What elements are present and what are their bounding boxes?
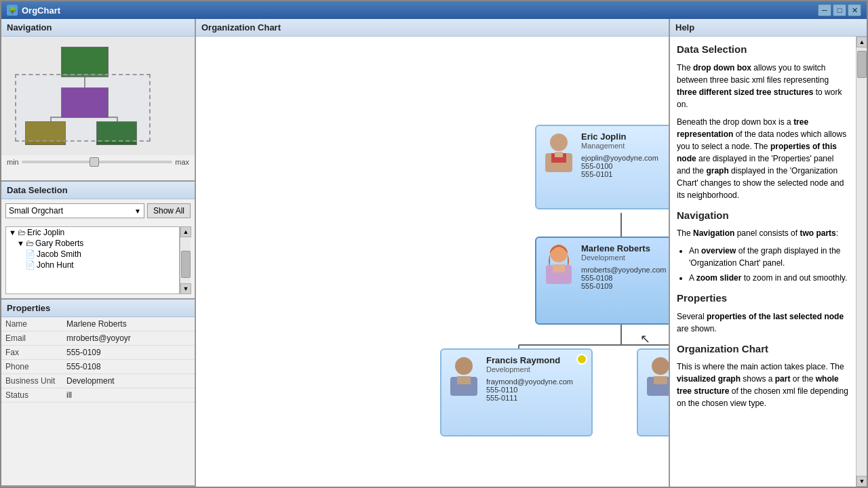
chart-area[interactable]: Eric Joplin Management ejoplin@yoyodyne.…	[196, 37, 669, 487]
maximize-button[interactable]: □	[833, 4, 846, 16]
zoom-slider-thumb[interactable]	[90, 157, 99, 167]
tree-item-john[interactable]: 📄 John Hunt	[6, 260, 179, 270]
slider-min-label: min	[7, 158, 19, 166]
help-para-4: Several properties of the last selected …	[677, 310, 849, 335]
property-key: Phone	[1, 360, 62, 374]
window-controls: ─ □ ✕	[818, 4, 861, 16]
node-marlene[interactable]: Marlene Roberts Development mroberts@yoy…	[535, 237, 669, 325]
node-name-eric: Eric Joplin	[581, 131, 669, 142]
org-chart-header: Organization Chart	[196, 19, 669, 37]
node-info-francis: Francis Raymond Development fraymond@yoy…	[486, 355, 586, 430]
node-dept-marlene: Development	[581, 253, 669, 262]
avatar-francis	[447, 355, 481, 396]
avatar-marlene	[542, 243, 576, 284]
navigation-section: Navigation min	[1, 19, 195, 182]
help-section-title-1: Data Selection	[677, 42, 849, 58]
tree-item-jacob[interactable]: 📄 Jacob Smith	[6, 249, 179, 260]
property-value: mroberts@yoyoyr	[62, 331, 195, 346]
svg-point-15	[652, 357, 669, 375]
node-phone1-eric: 555-0100	[581, 162, 669, 170]
avatar-peter	[644, 355, 669, 396]
property-row: Business UnitDevelopment	[1, 374, 195, 388]
help-header: Help	[670, 19, 867, 37]
minimize-button[interactable]: ─	[818, 4, 831, 16]
help-scrollbar[interactable]: ▲ ▼	[856, 37, 867, 487]
zoom-slider-track[interactable]	[22, 161, 172, 163]
slider-area: min max	[1, 155, 195, 170]
property-value: 555-0108	[62, 360, 195, 374]
node-peter[interactable]: Peter Brown Development pbrown@yoyodyne.…	[637, 348, 669, 436]
help-para-3: The Navigation panel consists of two par…	[677, 227, 849, 239]
data-selection-header: Data Selection	[1, 182, 195, 199]
properties-header: Properties	[1, 300, 195, 317]
node-email-eric: ejoplin@yoyodyne.com	[581, 154, 669, 162]
help-para-5: This is where the main action takes plac…	[677, 361, 849, 409]
svg-point-5	[550, 134, 568, 151]
tree-label-john: John Hunt	[37, 260, 74, 270]
orgchart-dropdown[interactable]: Small Orgchart ▼	[5, 203, 144, 218]
show-all-button[interactable]: Show All	[147, 203, 191, 218]
cursor-indicator: ↖	[640, 331, 650, 346]
main-content: Navigation min	[1, 19, 867, 487]
close-button[interactable]: ✕	[848, 4, 861, 16]
property-value: ill	[62, 388, 195, 403]
scroll-down-btn[interactable]: ▼	[180, 283, 191, 294]
property-key: Email	[1, 331, 62, 346]
scroll-up-btn[interactable]: ▲	[180, 226, 191, 237]
help-scroll-up-btn[interactable]: ▲	[856, 37, 867, 47]
node-eric[interactable]: Eric Joplin Management ejoplin@yoyodyne.…	[535, 125, 669, 209]
tree-item-gary[interactable]: ▼ 🗁 Gary Roberts	[6, 238, 179, 249]
center-panel: Organization Chart	[196, 19, 670, 487]
node-dept-eric: Management	[581, 142, 669, 150]
tree-view[interactable]: ▼ 🗁 Eric Joplin ▼ 🗁 Gary Roberts 📄 Jacob…	[5, 226, 180, 294]
main-window: 🌳 OrgChart ─ □ ✕ Navigation	[0, 0, 868, 488]
mini-node-top	[61, 47, 108, 77]
property-row: Statusill	[1, 388, 195, 403]
avatar-eric	[542, 131, 576, 172]
right-panel: Help Data Selection The drop down box al…	[670, 19, 867, 487]
node-name-francis: Francis Raymond	[486, 355, 586, 365]
data-sel-row: Small Orgchart ▼ Show All	[5, 203, 191, 218]
doc-icon-2: 📄	[25, 260, 35, 270]
help-scroll-thumb[interactable]	[857, 51, 867, 78]
scroll-track	[180, 237, 191, 283]
tree-view-container: ▼ 🗁 Eric Joplin ▼ 🗁 Gary Roberts 📄 Jacob…	[5, 226, 191, 294]
node-phone1-marlene: 555-0108	[581, 274, 669, 282]
tree-item-eric[interactable]: ▼ 🗁 Eric Joplin	[6, 227, 179, 238]
property-row: Phone555-0108	[1, 360, 195, 374]
folder-icon-2: 🗁	[26, 239, 34, 248]
navigation-header: Navigation	[1, 19, 195, 37]
node-info-marlene: Marlene Roberts Development mroberts@yoy…	[581, 243, 669, 318]
svg-point-12	[455, 357, 473, 375]
dropdown-arrow-icon: ▼	[134, 207, 141, 215]
property-row: NameMarlene Roberts	[1, 317, 195, 331]
window-title: OrgChart	[22, 5, 814, 16]
title-bar: 🌳 OrgChart ─ □ ✕	[1, 1, 867, 19]
data-selection-section: Data Selection Small Orgchart ▼ Show All…	[1, 182, 195, 300]
help-list-item-1: An overview of the graph displayed in th…	[689, 245, 849, 269]
tree-scrollbar[interactable]: ▲ ▼	[180, 226, 191, 294]
svg-point-9	[550, 245, 568, 262]
node-info-eric: Eric Joplin Management ejoplin@yoyodyne.…	[581, 131, 669, 203]
help-scroll-track	[856, 47, 867, 476]
node-phone1-francis: 555-0110	[486, 386, 586, 394]
help-section-title-4: Organization Chart	[677, 342, 849, 357]
property-row: Emailmroberts@yoyoyr	[1, 331, 195, 346]
property-value: Development	[62, 374, 195, 388]
help-scroll-down-btn[interactable]: ▼	[856, 476, 867, 487]
tree-label-eric: Eric Joplin	[27, 228, 64, 237]
tree-label-gary: Gary Roberts	[35, 239, 83, 248]
properties-table: NameMarlene RobertsEmailmroberts@yoyoyrF…	[1, 317, 195, 403]
svg-rect-8	[555, 152, 563, 157]
help-list-item-2: A zoom slider to zoom in and out smoothl…	[689, 272, 849, 284]
doc-icon: 📄	[25, 249, 35, 259]
node-francis[interactable]: Francis Raymond Development fraymond@yoy…	[440, 348, 593, 436]
help-section-title-2: Navigation	[677, 208, 849, 224]
node-phone2-marlene: 555-0109	[581, 282, 669, 290]
property-value: Marlene Roberts	[62, 317, 195, 331]
properties-section: Properties NameMarlene RobertsEmailmrobe…	[1, 300, 195, 487]
scroll-thumb[interactable]	[181, 251, 191, 278]
nav-overview	[1, 37, 195, 155]
help-para-2: Beneath the drop down box is a tree repr…	[677, 116, 849, 201]
tree-expand-icon: ▼	[9, 228, 16, 237]
